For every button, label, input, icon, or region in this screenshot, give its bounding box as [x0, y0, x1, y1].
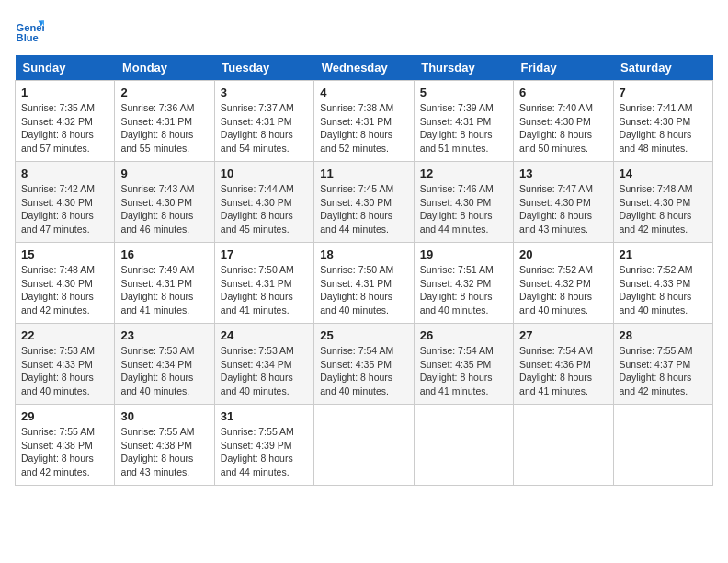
day-number: 15 — [21, 247, 108, 261]
day-number: 31 — [221, 409, 308, 423]
day-number: 9 — [120, 167, 208, 180]
calendar-cell: 21 Sunrise: 7:52 AM Sunset: 4:33 PM Dayl… — [613, 243, 712, 324]
day-info: Sunrise: 7:45 AM Sunset: 4:30 PM Dayligh… — [320, 182, 407, 236]
day-info: Sunrise: 7:55 AM Sunset: 4:38 PM Dayligh… — [120, 425, 208, 479]
calendar-cell: 27 Sunrise: 7:54 AM Sunset: 4:36 PM Dayl… — [514, 324, 613, 405]
calendar-cell: 8 Sunrise: 7:42 AM Sunset: 4:30 PM Dayli… — [16, 162, 115, 243]
weekday-header-friday: Friday — [514, 55, 613, 81]
day-number: 30 — [120, 409, 208, 423]
day-info: Sunrise: 7:35 AM Sunset: 4:32 PM Dayligh… — [21, 101, 108, 155]
day-info: Sunrise: 7:48 AM Sunset: 4:30 PM Dayligh… — [21, 263, 108, 317]
day-info: Sunrise: 7:52 AM Sunset: 4:33 PM Dayligh… — [620, 263, 707, 317]
day-number: 20 — [519, 247, 607, 261]
calendar-cell: 11 Sunrise: 7:45 AM Sunset: 4:30 PM Dayl… — [314, 162, 414, 243]
day-number: 16 — [120, 247, 208, 261]
calendar-cell: 12 Sunrise: 7:46 AM Sunset: 4:30 PM Dayl… — [414, 162, 513, 243]
day-number: 24 — [221, 328, 308, 342]
day-info: Sunrise: 7:47 AM Sunset: 4:30 PM Dayligh… — [519, 182, 607, 236]
calendar-cell: 30 Sunrise: 7:55 AM Sunset: 4:38 PM Dayl… — [115, 405, 214, 486]
weekday-header-sunday: Sunday — [16, 55, 115, 81]
day-info: Sunrise: 7:54 AM Sunset: 4:35 PM Dayligh… — [420, 344, 507, 398]
calendar-cell: 3 Sunrise: 7:37 AM Sunset: 4:31 PM Dayli… — [214, 81, 313, 162]
day-number: 23 — [120, 328, 208, 342]
calendar-table: SundayMondayTuesdayWednesdayThursdayFrid… — [15, 55, 713, 486]
day-info: Sunrise: 7:37 AM Sunset: 4:31 PM Dayligh… — [221, 101, 308, 155]
day-info: Sunrise: 7:55 AM Sunset: 4:39 PM Dayligh… — [221, 425, 308, 479]
calendar-cell: 1 Sunrise: 7:35 AM Sunset: 4:32 PM Dayli… — [16, 81, 115, 162]
day-number: 21 — [620, 247, 707, 261]
day-number: 6 — [519, 86, 607, 99]
day-info: Sunrise: 7:41 AM Sunset: 4:30 PM Dayligh… — [620, 101, 707, 155]
day-info: Sunrise: 7:36 AM Sunset: 4:31 PM Dayligh… — [120, 101, 208, 155]
day-info: Sunrise: 7:39 AM Sunset: 4:31 PM Dayligh… — [420, 101, 507, 155]
day-number: 12 — [420, 167, 507, 180]
day-number: 25 — [320, 328, 407, 342]
svg-text:Blue: Blue — [17, 32, 39, 43]
day-info: Sunrise: 7:55 AM Sunset: 4:37 PM Dayligh… — [620, 344, 707, 398]
weekday-header-wednesday: Wednesday — [314, 55, 414, 81]
calendar-cell: 14 Sunrise: 7:48 AM Sunset: 4:30 PM Dayl… — [613, 162, 712, 243]
calendar-cell: 18 Sunrise: 7:50 AM Sunset: 4:31 PM Dayl… — [314, 243, 414, 324]
calendar-cell: 20 Sunrise: 7:52 AM Sunset: 4:32 PM Dayl… — [514, 243, 613, 324]
day-number: 29 — [21, 409, 108, 423]
calendar-cell: 25 Sunrise: 7:54 AM Sunset: 4:35 PM Dayl… — [314, 324, 414, 405]
day-info: Sunrise: 7:55 AM Sunset: 4:38 PM Dayligh… — [21, 425, 108, 479]
calendar-cell: 31 Sunrise: 7:55 AM Sunset: 4:39 PM Dayl… — [214, 405, 313, 486]
day-info: Sunrise: 7:40 AM Sunset: 4:30 PM Dayligh… — [519, 101, 607, 155]
day-info: Sunrise: 7:48 AM Sunset: 4:30 PM Dayligh… — [620, 182, 707, 236]
day-number: 27 — [519, 328, 607, 342]
day-number: 1 — [21, 86, 108, 99]
weekday-header-tuesday: Tuesday — [214, 55, 313, 81]
day-info: Sunrise: 7:38 AM Sunset: 4:31 PM Dayligh… — [320, 101, 407, 155]
day-number: 18 — [320, 247, 407, 261]
day-number: 17 — [221, 247, 308, 261]
day-info: Sunrise: 7:53 AM Sunset: 4:33 PM Dayligh… — [21, 344, 108, 398]
weekday-header-saturday: Saturday — [613, 55, 712, 81]
day-info: Sunrise: 7:53 AM Sunset: 4:34 PM Dayligh… — [120, 344, 208, 398]
weekday-header-thursday: Thursday — [414, 55, 513, 81]
day-info: Sunrise: 7:53 AM Sunset: 4:34 PM Dayligh… — [221, 344, 308, 398]
calendar-cell: 10 Sunrise: 7:44 AM Sunset: 4:30 PM Dayl… — [214, 162, 313, 243]
calendar-week-2: 8 Sunrise: 7:42 AM Sunset: 4:30 PM Dayli… — [16, 162, 713, 243]
page-header: General Blue — [15, 15, 713, 44]
calendar-cell — [314, 405, 414, 486]
calendar-cell: 15 Sunrise: 7:48 AM Sunset: 4:30 PM Dayl… — [16, 243, 115, 324]
day-number: 11 — [320, 167, 407, 180]
day-number: 4 — [320, 86, 407, 99]
day-number: 7 — [620, 86, 707, 99]
calendar-body: 1 Sunrise: 7:35 AM Sunset: 4:32 PM Dayli… — [16, 81, 713, 486]
calendar-cell: 7 Sunrise: 7:41 AM Sunset: 4:30 PM Dayli… — [613, 81, 712, 162]
day-number: 28 — [620, 328, 707, 342]
day-number: 19 — [420, 247, 507, 261]
day-info: Sunrise: 7:42 AM Sunset: 4:30 PM Dayligh… — [21, 182, 108, 236]
day-info: Sunrise: 7:50 AM Sunset: 4:31 PM Dayligh… — [320, 263, 407, 317]
day-info: Sunrise: 7:51 AM Sunset: 4:32 PM Dayligh… — [420, 263, 507, 317]
day-info: Sunrise: 7:43 AM Sunset: 4:30 PM Dayligh… — [120, 182, 208, 236]
calendar-cell: 23 Sunrise: 7:53 AM Sunset: 4:34 PM Dayl… — [115, 324, 214, 405]
day-info: Sunrise: 7:49 AM Sunset: 4:31 PM Dayligh… — [120, 263, 208, 317]
day-info: Sunrise: 7:52 AM Sunset: 4:32 PM Dayligh… — [519, 263, 607, 317]
day-number: 22 — [21, 328, 108, 342]
day-number: 26 — [420, 328, 507, 342]
calendar-week-5: 29 Sunrise: 7:55 AM Sunset: 4:38 PM Dayl… — [16, 405, 713, 486]
calendar-cell: 17 Sunrise: 7:50 AM Sunset: 4:31 PM Dayl… — [214, 243, 313, 324]
day-info: Sunrise: 7:54 AM Sunset: 4:36 PM Dayligh… — [519, 344, 607, 398]
day-info: Sunrise: 7:50 AM Sunset: 4:31 PM Dayligh… — [221, 263, 308, 317]
calendar-cell: 29 Sunrise: 7:55 AM Sunset: 4:38 PM Dayl… — [16, 405, 115, 486]
day-number: 14 — [620, 167, 707, 180]
day-info: Sunrise: 7:44 AM Sunset: 4:30 PM Dayligh… — [221, 182, 308, 236]
calendar-cell — [414, 405, 513, 486]
calendar-cell: 24 Sunrise: 7:53 AM Sunset: 4:34 PM Dayl… — [214, 324, 313, 405]
weekday-header-monday: Monday — [115, 55, 214, 81]
day-number: 13 — [519, 167, 607, 180]
calendar-cell — [613, 405, 712, 486]
day-number: 3 — [221, 86, 308, 99]
day-number: 5 — [420, 86, 507, 99]
calendar-cell — [514, 405, 613, 486]
logo: General Blue — [15, 15, 48, 44]
calendar-cell: 22 Sunrise: 7:53 AM Sunset: 4:33 PM Dayl… — [16, 324, 115, 405]
day-info: Sunrise: 7:54 AM Sunset: 4:35 PM Dayligh… — [320, 344, 407, 398]
calendar-cell: 9 Sunrise: 7:43 AM Sunset: 4:30 PM Dayli… — [115, 162, 214, 243]
calendar-cell: 6 Sunrise: 7:40 AM Sunset: 4:30 PM Dayli… — [514, 81, 613, 162]
calendar-cell: 16 Sunrise: 7:49 AM Sunset: 4:31 PM Dayl… — [115, 243, 214, 324]
